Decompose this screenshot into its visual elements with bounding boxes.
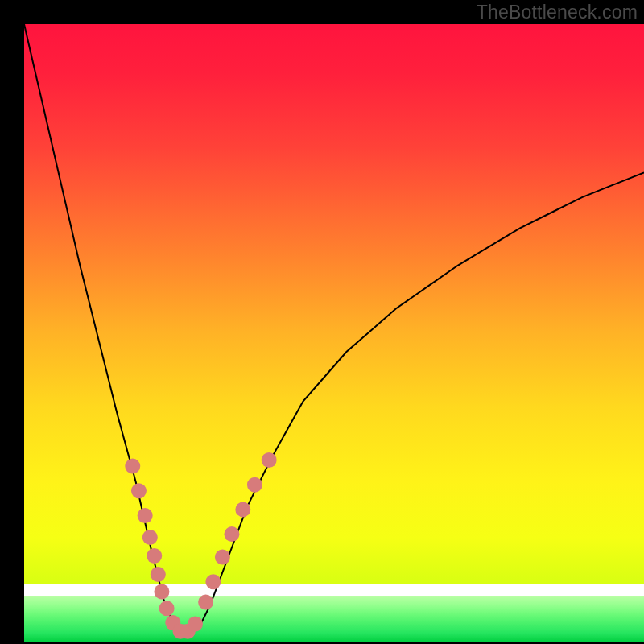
highlight-dot: [235, 502, 250, 517]
plot-area: [24, 24, 644, 642]
watermark-text: TheBottleneck.com: [477, 2, 638, 23]
highlight-dot: [188, 616, 203, 631]
highlight-dot: [205, 574, 221, 589]
highlight-dot: [154, 584, 169, 600]
highlight-dot: [262, 452, 277, 468]
highlight-dot: [151, 567, 166, 582]
highlight-dot: [131, 483, 147, 498]
highlight-dot: [159, 601, 175, 616]
highlight-dots: [125, 452, 276, 639]
chart-frame: TheBottleneck.com: [0, 0, 644, 644]
highlight-dot: [125, 459, 140, 474]
bottleneck-curve: [24, 24, 644, 633]
highlight-dot: [142, 530, 158, 545]
highlight-dot: [138, 508, 153, 523]
highlight-dot: [198, 595, 213, 610]
highlight-dot: [224, 526, 239, 542]
highlight-dot: [247, 477, 262, 493]
highlight-dot: [215, 550, 230, 565]
highlight-dot: [147, 548, 162, 564]
curve-layer: [24, 24, 644, 642]
